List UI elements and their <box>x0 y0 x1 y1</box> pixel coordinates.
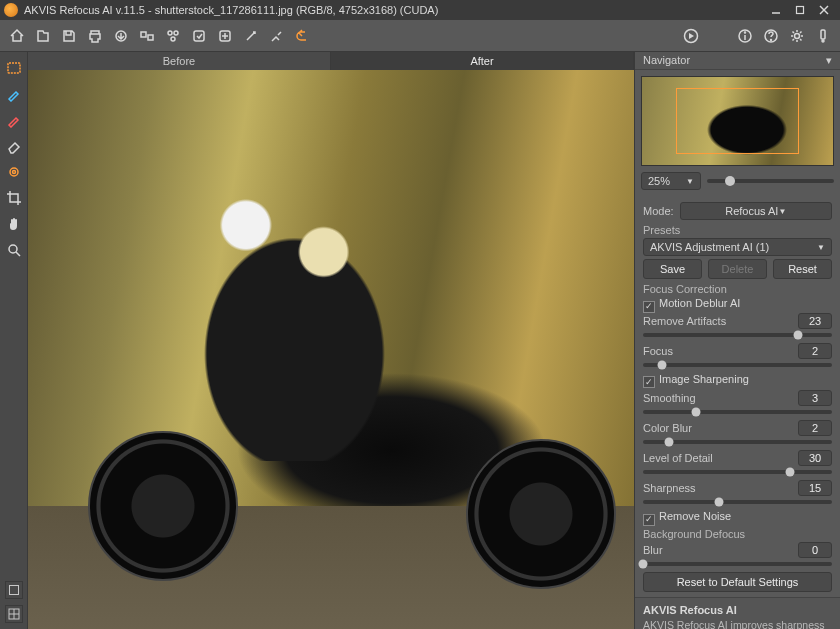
open-icon[interactable] <box>32 25 54 47</box>
notify-icon[interactable] <box>812 25 834 47</box>
focus-value[interactable]: 2 <box>798 343 832 359</box>
presets-dropdown[interactable]: AKVIS Adjustment AI (1)▼ <box>643 238 832 256</box>
background-defocus-heading: Background Defocus <box>643 528 832 540</box>
save-icon[interactable] <box>58 25 80 47</box>
sharpness-value[interactable]: 15 <box>798 480 832 496</box>
color-blur-label: Color Blur <box>643 422 792 434</box>
motion-deblur-checkbox[interactable]: Motion Deblur AI <box>643 297 832 311</box>
settings-panel: Navigator ▾ 25%▼ Mode: Refocu <box>634 52 840 629</box>
svg-rect-6 <box>148 35 153 40</box>
focus-brush-icon[interactable] <box>4 84 24 104</box>
svg-rect-26 <box>9 586 18 595</box>
top-toolbar <box>0 20 840 52</box>
minimize-button[interactable] <box>764 2 788 18</box>
crop-icon[interactable] <box>4 188 24 208</box>
tool-b-icon[interactable] <box>266 25 288 47</box>
titlebar: AKVIS Refocus AI v.11.5 - shutterstock_1… <box>0 0 840 20</box>
presets-value: AKVIS Adjustment AI (1) <box>650 241 769 253</box>
maximize-button[interactable] <box>788 2 812 18</box>
window-mode-a-icon[interactable] <box>5 581 23 599</box>
smoothing-label: Smoothing <box>643 392 792 404</box>
canvas-area: Before After <box>28 52 634 629</box>
window-mode-b-icon[interactable] <box>5 605 23 623</box>
side-toolbar <box>0 52 28 629</box>
export-icon[interactable] <box>110 25 132 47</box>
svg-point-22 <box>10 168 18 176</box>
window-title: AKVIS Refocus AI v.11.5 - shutterstock_1… <box>24 4 764 16</box>
batch-icon[interactable] <box>136 25 158 47</box>
reset-defaults-button[interactable]: Reset to Default Settings <box>643 572 832 592</box>
publish-icon[interactable] <box>162 25 184 47</box>
eraser-icon[interactable] <box>4 136 24 156</box>
smoothing-value[interactable]: 3 <box>798 390 832 406</box>
home-icon[interactable] <box>6 25 28 47</box>
photo-preview <box>28 70 634 629</box>
run-button[interactable] <box>680 25 702 47</box>
blur-slider[interactable] <box>643 562 832 566</box>
image-sharpening-label: Image Sharpening <box>659 373 749 385</box>
svg-point-18 <box>795 33 800 38</box>
remove-artifacts-label: Remove Artifacts <box>643 315 792 327</box>
svg-rect-19 <box>821 30 825 39</box>
presets-label: Presets <box>643 224 832 236</box>
preview-tool-icon[interactable] <box>4 58 24 78</box>
hand-icon[interactable] <box>4 214 24 234</box>
zoom-icon[interactable] <box>4 240 24 260</box>
color-blur-value[interactable]: 2 <box>798 420 832 436</box>
image-viewport[interactable] <box>28 70 634 629</box>
sharpness-label: Sharpness <box>643 482 792 494</box>
close-button[interactable] <box>812 2 836 18</box>
delete-button[interactable]: Delete <box>708 259 767 279</box>
color-blur-slider[interactable] <box>643 440 832 444</box>
svg-rect-10 <box>194 31 204 41</box>
zoom-slider[interactable] <box>707 179 834 183</box>
focus-label: Focus <box>643 345 792 357</box>
tool-a-icon[interactable] <box>240 25 262 47</box>
save-button[interactable]: Save <box>643 259 702 279</box>
navigator-header[interactable]: Navigator ▾ <box>635 52 840 70</box>
app-logo <box>4 3 18 17</box>
print-icon[interactable] <box>84 25 106 47</box>
navigator-thumbnail[interactable] <box>641 76 834 166</box>
remove-artifacts-value[interactable]: 23 <box>798 313 832 329</box>
svg-point-15 <box>745 32 746 33</box>
svg-point-8 <box>174 31 178 35</box>
mode-label: Mode: <box>643 205 674 217</box>
svg-point-24 <box>9 245 17 253</box>
zoom-value: 25% <box>648 175 670 187</box>
navigator-title: Navigator <box>643 54 690 67</box>
collapse-icon: ▾ <box>826 54 832 67</box>
mode-value: Refocus AI <box>725 205 778 217</box>
svg-point-9 <box>171 37 175 41</box>
eyedropper-icon[interactable] <box>4 162 24 182</box>
sharpness-slider[interactable] <box>643 500 832 504</box>
svg-point-17 <box>771 39 772 40</box>
background-brush-icon[interactable] <box>4 110 24 130</box>
reset-button[interactable]: Reset <box>773 259 832 279</box>
presets-load-icon[interactable] <box>188 25 210 47</box>
smoothing-slider[interactable] <box>643 410 832 414</box>
motion-deblur-label: Motion Deblur AI <box>659 297 740 309</box>
remove-artifacts-slider[interactable] <box>643 333 832 337</box>
remove-noise-checkbox[interactable]: Remove Noise <box>643 510 832 524</box>
tab-after[interactable]: After <box>331 52 634 70</box>
level-of-detail-label: Level of Detail <box>643 452 792 464</box>
zoom-dropdown[interactable]: 25%▼ <box>641 172 701 190</box>
settings-icon[interactable] <box>786 25 808 47</box>
focus-slider[interactable] <box>643 363 832 367</box>
zoom-slider-thumb[interactable] <box>725 176 735 186</box>
undo-icon[interactable] <box>292 25 314 47</box>
description-text: AKVIS Refocus AI improves sharpness of o… <box>643 619 832 630</box>
image-sharpening-checkbox[interactable]: Image Sharpening <box>643 373 832 387</box>
blur-value[interactable]: 0 <box>798 542 832 558</box>
mode-dropdown[interactable]: Refocus AI▼ <box>680 202 832 220</box>
tab-before[interactable]: Before <box>28 52 331 70</box>
help-icon[interactable] <box>760 25 782 47</box>
info-icon[interactable] <box>734 25 756 47</box>
remove-noise-label: Remove Noise <box>659 510 731 522</box>
level-of-detail-slider[interactable] <box>643 470 832 474</box>
presets-save-icon[interactable] <box>214 25 236 47</box>
level-of-detail-value[interactable]: 30 <box>798 450 832 466</box>
description-title: AKVIS Refocus AI <box>643 604 832 616</box>
view-tabs: Before After <box>28 52 634 70</box>
